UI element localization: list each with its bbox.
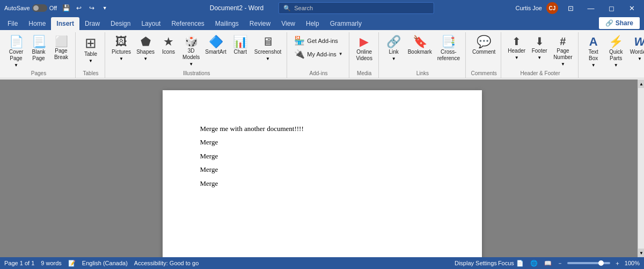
header-btn[interactable]: ⬆ Header ▼ — [506, 34, 528, 62]
wordart-dropdown[interactable]: ▼ — [638, 56, 642, 61]
cover-page-btn[interactable]: 📄 CoverPage ▼ — [5, 34, 27, 69]
addins-items: 🏪 Get Add-ins 🔌 My Add-ins ▼ — [291, 32, 345, 70]
zoom-minus[interactable]: － — [557, 259, 563, 267]
blank-page-btn[interactable]: 📃 BlankPage — [28, 34, 49, 63]
zoom-slider[interactable] — [567, 262, 610, 264]
accessibility[interactable]: Accessibility: Good to go — [134, 260, 199, 266]
view-mode-print[interactable]: 📄 — [515, 258, 525, 268]
undo-redo-area: 💾 ↩ ↪ ▼ — [60, 2, 111, 14]
media-label: Media — [357, 70, 371, 78]
page-number-dropdown[interactable]: ▼ — [561, 62, 565, 67]
my-addins-icon: 🔌 — [294, 49, 305, 59]
scroll-down-arrow[interactable]: ▼ — [638, 249, 644, 257]
language[interactable]: English (Canada) — [82, 260, 128, 266]
bookmark-btn[interactable]: 🔖 Bookmark — [406, 34, 434, 57]
customize-qat-btn[interactable]: ▼ — [99, 2, 111, 14]
view-mode-read[interactable]: 📖 — [543, 258, 553, 268]
screenshot-btn[interactable]: 🖥 Screenshot ▼ — [252, 34, 284, 63]
quick-parts-btn[interactable]: ⚡ QuickParts ▼ — [605, 34, 627, 69]
doc-line-1[interactable]: Merge me with another document!!!! — [200, 122, 444, 135]
wordart-btn[interactable]: W WordArt ▼ — [628, 34, 644, 63]
tab-mailings[interactable]: Mailings — [210, 17, 244, 30]
tab-references[interactable]: References — [166, 17, 209, 30]
tab-file[interactable]: File — [2, 17, 23, 30]
pictures-btn[interactable]: 🖼 Pictures ▼ — [109, 34, 133, 63]
layout-switch-btn[interactable]: ⊡ — [562, 0, 579, 16]
shapes-btn[interactable]: ⬟ Shapes ▼ — [134, 34, 157, 63]
minimize-btn[interactable]: ― — [583, 0, 599, 16]
wordart-icon: W — [634, 36, 644, 48]
share-button[interactable]: 🔗 Share — [599, 17, 640, 29]
text-box-btn[interactable]: A TextBox ▼ — [583, 34, 604, 69]
page-break-btn[interactable]: ⬜ PageBreak — [50, 34, 72, 62]
quick-parts-dropdown[interactable]: ▼ — [614, 63, 618, 68]
my-addins-dropdown[interactable]: ▼ — [339, 52, 343, 56]
zoom-level[interactable]: 100% — [625, 260, 640, 266]
ribbon-group-comments: 💬 Comment Comments — [467, 32, 501, 78]
cover-page-dropdown[interactable]: ▼ — [14, 63, 18, 68]
tab-help[interactable]: Help — [301, 17, 325, 30]
tab-home[interactable]: Home — [23, 17, 51, 30]
doc-line-3[interactable]: Merge — [200, 150, 444, 162]
3d-models-dropdown[interactable]: ▼ — [189, 62, 193, 67]
ribbon-group-illustrations: 🖼 Pictures ▼ ⬟ Shapes ▼ ★ Icons 🎲 3DMode… — [106, 32, 287, 78]
doc-line-4[interactable]: Merge — [200, 163, 444, 176]
footer-btn[interactable]: ⬇ Footer ▼ — [529, 34, 550, 62]
header-dropdown[interactable]: ▼ — [515, 55, 519, 60]
scroll-track[interactable] — [638, 88, 644, 249]
online-videos-btn[interactable]: ▶ OnlineVideos — [354, 34, 375, 63]
ribbon: 📄 CoverPage ▼ 📃 BlankPage ⬜ PageBreak Pa… — [0, 30, 644, 78]
link-dropdown[interactable]: ▼ — [392, 56, 396, 61]
doc-line-5[interactable]: Merge — [200, 177, 444, 190]
display-settings[interactable]: Display Settings — [455, 260, 497, 266]
redo-btn[interactable]: ↪ — [86, 2, 98, 14]
zoom-plus[interactable]: ＋ — [614, 259, 620, 267]
document-page[interactable]: Merge me with another document!!!! Merge… — [163, 90, 482, 257]
chart-btn[interactable]: 📊 Chart — [230, 34, 251, 57]
tab-draw[interactable]: Draw — [79, 17, 105, 30]
focus-btn[interactable]: Focus — [501, 258, 511, 268]
3d-models-icon: 🎲 — [185, 36, 198, 47]
tab-layout[interactable]: Layout — [136, 17, 166, 30]
tab-design[interactable]: Design — [105, 17, 136, 30]
cross-reference-btn[interactable]: 📑 Cross-reference — [435, 34, 462, 63]
comment-btn[interactable]: 💬 Comment — [470, 34, 497, 57]
screenshot-dropdown[interactable]: ▼ — [266, 56, 270, 61]
maximize-btn[interactable]: ◻ — [603, 0, 619, 16]
my-addins-btn[interactable]: 🔌 My Add-ins ▼ — [291, 48, 345, 60]
title-bar: AutoSave Off 💾 ↩ ↪ ▼ Document2 - Word 🔍 … — [0, 0, 644, 16]
save-icon-btn[interactable]: 💾 — [60, 2, 72, 14]
tab-review[interactable]: Review — [244, 17, 276, 30]
ribbon-group-header-footer: ⬆ Header ▼ ⬇ Footer ▼ # PageNumber ▼ Hea… — [502, 32, 578, 78]
tab-insert[interactable]: Insert — [51, 17, 79, 30]
screenshot-icon: 🖥 — [262, 36, 274, 48]
scrollbar-right[interactable]: ▲ ▼ — [638, 79, 644, 257]
link-icon: 🔗 — [386, 36, 401, 48]
smartart-btn[interactable]: 🔷 SmartArt — [203, 34, 228, 57]
table-btn[interactable]: ⊞ Table ▼ — [80, 34, 101, 65]
links-items: 🔗 Link ▼ 🔖 Bookmark 📑 Cross-reference — [383, 32, 462, 70]
links-label: Links — [416, 70, 429, 78]
view-mode-web[interactable]: 🌐 — [529, 258, 539, 268]
scroll-up-arrow[interactable]: ▲ — [638, 79, 644, 88]
close-btn[interactable]: ✕ — [624, 0, 640, 16]
doc-title: Document2 - Word — [210, 4, 264, 12]
3d-models-btn[interactable]: 🎲 3DModels ▼ — [180, 34, 202, 68]
autosave-toggle[interactable] — [32, 4, 47, 12]
link-btn[interactable]: 🔗 Link ▼ — [383, 34, 405, 63]
shapes-dropdown[interactable]: ▼ — [143, 56, 148, 61]
table-dropdown[interactable]: ▼ — [89, 59, 93, 63]
user-avatar[interactable]: CJ — [546, 2, 558, 14]
icons-btn[interactable]: ★ Icons — [158, 34, 179, 57]
pictures-dropdown[interactable]: ▼ — [119, 56, 123, 61]
text-box-dropdown[interactable]: ▼ — [591, 63, 596, 68]
tab-view[interactable]: View — [276, 17, 301, 30]
get-addins-btn[interactable]: 🏪 Get Add-ins — [291, 34, 340, 47]
track-changes-icon[interactable]: 📝 — [68, 260, 76, 267]
footer-dropdown[interactable]: ▼ — [537, 55, 541, 60]
page-number-btn[interactable]: # PageNumber ▼ — [551, 34, 575, 68]
search-bar[interactable]: 🔍 Search — [279, 2, 434, 14]
doc-line-2[interactable]: Merge — [200, 136, 444, 148]
undo-btn[interactable]: ↩ — [73, 2, 85, 14]
tab-grammarly[interactable]: Grammarly — [325, 17, 367, 30]
